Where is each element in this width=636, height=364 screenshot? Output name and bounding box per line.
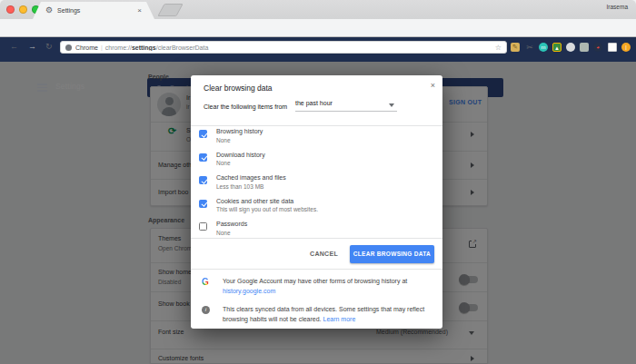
item-sub: Less than 103 MB [216, 183, 263, 190]
ghost-extension-icon[interactable] [566, 43, 575, 52]
dialog-title: Clear browsing data [204, 84, 273, 93]
list-item[interactable]: Download history None [191, 150, 442, 173]
close-window-button[interactable] [6, 5, 15, 14]
item-label: Passwords [216, 221, 247, 227]
forward-icon: → [28, 43, 36, 51]
download-history-checkbox[interactable] [199, 153, 207, 162]
history-google-link[interactable]: history.google.com [223, 286, 430, 296]
dialog-footer: G Your Google Account may have other for… [191, 269, 442, 329]
teal-extension-icon[interactable]: m [539, 43, 548, 52]
item-sub: None [216, 230, 231, 236]
back-icon[interactable]: ← [10, 43, 18, 51]
cached-files-checkbox[interactable] [199, 176, 207, 184]
item-label: Cookies and other site data [216, 198, 293, 204]
list-item[interactable]: Passwords None [191, 219, 442, 239]
passwords-checkbox[interactable] [199, 222, 207, 231]
chevron-down-icon [389, 103, 394, 107]
cookies-checkbox[interactable] [199, 200, 207, 208]
google-account-note: Your Google Account may have other forms… [223, 276, 430, 296]
close-icon[interactable]: × [431, 82, 435, 90]
item-sub: This will sign you out of most websites. [216, 206, 318, 212]
gear-icon: ⚙ [45, 6, 53, 15]
time-range-label: Clear the following items from [204, 103, 287, 110]
new-tab-button[interactable] [157, 4, 183, 16]
clear-browsing-data-dialog: Clear browsing data × Clear the followin… [191, 75, 442, 329]
time-range-value: the past hour [295, 100, 333, 106]
close-tab-icon[interactable]: × [137, 6, 142, 15]
time-range-dropdown[interactable]: the past hour [295, 100, 397, 112]
google-icon: G [202, 278, 209, 287]
list-item[interactable]: Cached images and files Less than 103 MB [191, 172, 442, 196]
dialog-buttons: CANCEL CLEAR BROWSING DATA [191, 239, 442, 269]
profile-name[interactable]: Irasema [607, 4, 628, 10]
clear-browsing-data-button[interactable]: CLEAR BROWSING DATA [350, 245, 434, 263]
document-extension-icon[interactable] [608, 43, 617, 52]
learn-more-link[interactable]: Learn more [323, 316, 356, 322]
minimize-window-button[interactable] [19, 5, 27, 14]
item-sub: None [216, 137, 231, 143]
cancel-button[interactable]: CANCEL [310, 251, 338, 257]
item-label: Cached images and files [216, 174, 286, 181]
info-icon: i [202, 306, 210, 314]
tab-strip: ⚙ Settings × Irasema [0, 0, 636, 19]
plant-extension-icon[interactable] [580, 43, 589, 52]
list-item[interactable]: Browsing history None [191, 126, 442, 150]
browser-toolbar: ← → ↻ Chrome|chrome://settings/clearBrow… [0, 19, 636, 37]
screenshot-extension-icon[interactable]: ▲ [552, 43, 561, 52]
data-types-list: Browsing history None Download history N… [191, 125, 442, 239]
item-label: Browsing history [216, 128, 263, 134]
reload-icon[interactable]: ↻ [45, 43, 53, 51]
bookmark-star-icon[interactable]: ☆ [495, 44, 502, 52]
chrome-page-icon [65, 44, 72, 51]
sync-clear-note: This clears synced data from all devices… [223, 304, 430, 324]
orange-extension-icon[interactable]: | [621, 43, 631, 52]
url-text: Chrome|chrome://settings/clearBrowserDat… [75, 44, 492, 51]
item-sub: None [216, 160, 231, 166]
address-bar[interactable]: Chrome|chrome://settings/clearBrowserDat… [60, 41, 507, 54]
lens-extension-icon[interactable]: ◕ [593, 43, 602, 52]
tab-settings[interactable]: ⚙ Settings × [33, 2, 154, 19]
scissors-extension-icon[interactable]: ✂ [525, 43, 534, 52]
pen-extension-icon[interactable]: ✎ [511, 43, 520, 52]
tab-title: Settings [57, 7, 137, 14]
item-label: Download history [216, 152, 265, 158]
browsing-history-checkbox[interactable] [199, 130, 207, 138]
list-item[interactable]: Cookies and other site data This will si… [191, 196, 442, 220]
